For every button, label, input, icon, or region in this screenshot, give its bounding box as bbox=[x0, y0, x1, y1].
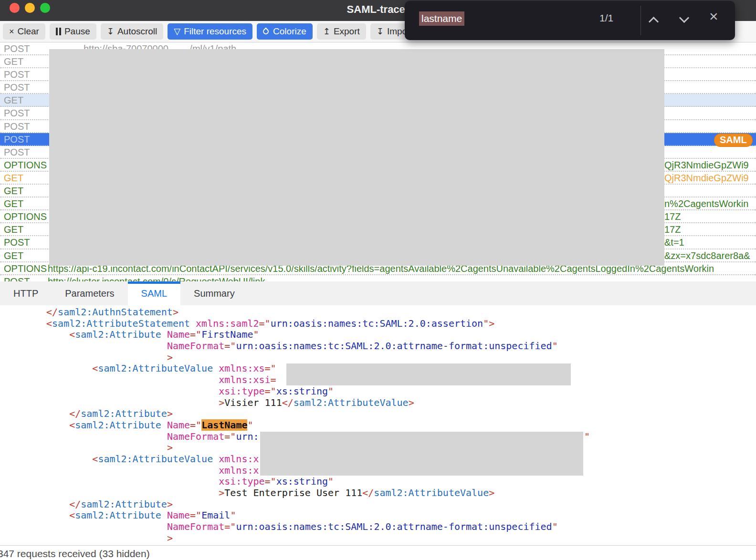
download-icon: ↧ bbox=[107, 27, 114, 36]
http-method: POST bbox=[4, 69, 30, 80]
http-method: GET bbox=[4, 250, 23, 261]
export-icon: ↥ bbox=[323, 27, 330, 36]
tab-label: Parameters bbox=[65, 288, 114, 299]
saml-tracer-window: SAML-tracer ×ClearPause↧Autoscroll▽Filte… bbox=[0, 0, 756, 560]
http-method: OPTIONS bbox=[4, 160, 47, 171]
xml-line: >Test Enterprise User 111</saml2:Attribu… bbox=[46, 487, 558, 498]
chevron-up-icon[interactable] bbox=[649, 17, 659, 27]
xml-line: </saml2:Attribute> bbox=[46, 408, 558, 419]
find-overlay: lastname 1/1 × bbox=[405, 1, 735, 40]
http-method: OPTIONS bbox=[4, 211, 47, 222]
xml-line: </saml2:Attribute> bbox=[46, 498, 558, 510]
tab-saml[interactable]: SAML bbox=[128, 281, 180, 305]
filter-resources-button[interactable]: ▽Filter resources bbox=[168, 23, 252, 40]
droplet-icon bbox=[262, 28, 270, 36]
http-method: POST bbox=[4, 121, 30, 132]
xml-line: NameFormat="urn:oasis:names:tc:SAML:2.0:… bbox=[46, 521, 558, 532]
autoscroll-button[interactable]: ↧Autoscroll bbox=[101, 23, 164, 40]
search-match-highlight: LastName bbox=[201, 419, 247, 431]
request-count-status: 347 requests received (33 hidden) bbox=[0, 548, 150, 560]
xml-line: > bbox=[46, 352, 558, 363]
divider bbox=[640, 6, 641, 35]
colorize-button[interactable]: Colorize bbox=[257, 23, 313, 40]
export-button[interactable]: ↥Export bbox=[317, 23, 366, 40]
status-bar: 347 requests received (33 hidden) bbox=[0, 545, 756, 560]
button-label: Colorize bbox=[273, 26, 306, 37]
tab-label: SAML bbox=[141, 288, 167, 299]
saml-badge: SAML bbox=[714, 134, 753, 147]
xml-line: >Visier 111</saml2:AttributeValue> bbox=[46, 397, 558, 408]
http-method: GET bbox=[4, 95, 23, 106]
chevron-down-icon[interactable] bbox=[679, 13, 689, 23]
xml-line: NameFormat="urn:oasis:names:tc:SAML:2.0:… bbox=[46, 340, 558, 352]
button-label: Pause bbox=[64, 26, 90, 37]
request-url-tail: n%2CagentsWorkin bbox=[664, 198, 748, 209]
redaction-box bbox=[286, 363, 571, 385]
http-method: GET bbox=[4, 173, 23, 184]
request-url-tail: 17Z bbox=[664, 211, 681, 222]
tab-http[interactable]: HTTP bbox=[0, 281, 52, 305]
window-title: SAML-tracer bbox=[347, 3, 410, 16]
request-url-tail: &zx=x7sdc8arer8a& bbox=[664, 250, 750, 261]
funnel-icon: ▽ bbox=[174, 27, 180, 36]
xml-line: <saml2:Attribute Name="LastName" bbox=[46, 419, 558, 431]
tab-label: Summary bbox=[194, 288, 235, 299]
xml-line: xsi:type="xs:string" bbox=[46, 385, 558, 397]
redaction-box bbox=[260, 432, 583, 476]
xml-closing-quote: " bbox=[584, 431, 590, 442]
clear-button[interactable]: ×Clear bbox=[3, 23, 45, 40]
pause-icon bbox=[56, 28, 61, 35]
http-method: GET bbox=[4, 186, 23, 197]
http-method: GET bbox=[4, 198, 23, 209]
http-method: GET bbox=[4, 56, 23, 67]
http-method: POST bbox=[4, 237, 30, 248]
search-input[interactable]: lastname bbox=[419, 11, 464, 26]
request-url-tail: &t=1 bbox=[664, 237, 684, 248]
xml-line: > bbox=[46, 532, 558, 544]
http-method: GET bbox=[4, 224, 23, 235]
button-label: Filter resources bbox=[184, 26, 246, 37]
request-row[interactable]: POSThttp://cluster.incontact.com/0/c/Req… bbox=[0, 275, 756, 281]
redaction-box bbox=[49, 49, 664, 266]
tab-parameters[interactable]: Parameters bbox=[52, 281, 127, 305]
x-icon: × bbox=[9, 27, 14, 36]
http-method: OPTIONS bbox=[4, 263, 47, 274]
request-list: POSThttp://sba-70070000......../ml/v1/pa… bbox=[0, 42, 756, 281]
button-label: Clear bbox=[18, 26, 39, 37]
xml-line: <saml2:Attribute Name="FirstName" bbox=[46, 329, 558, 340]
pause-button[interactable]: Pause bbox=[50, 23, 96, 40]
xml-line: <saml2:Attribute Name="Email" bbox=[46, 509, 558, 521]
request-url: http://cluster.incontact.com/0/c/Request… bbox=[48, 276, 265, 281]
http-method: POST bbox=[4, 276, 30, 281]
saml-content-pane: </saml2:AuthnStatement><saml2:AttributeS… bbox=[0, 305, 756, 545]
close-window-button[interactable] bbox=[10, 3, 20, 13]
saml-xml-code: </saml2:AuthnStatement><saml2:AttributeS… bbox=[46, 306, 558, 543]
http-method: POST bbox=[4, 82, 30, 93]
tab-summary[interactable]: Summary bbox=[180, 281, 248, 305]
http-method: POST bbox=[4, 134, 30, 145]
http-method: POST bbox=[4, 147, 30, 158]
request-url-tail: 17Z bbox=[664, 224, 681, 235]
request-url-tail: QjR3NmdieGpZWi9 bbox=[664, 160, 749, 171]
close-icon[interactable]: × bbox=[709, 9, 718, 24]
xml-line: <saml2:AttributeStatement xmlns:saml2="u… bbox=[46, 318, 558, 329]
minimize-window-button[interactable] bbox=[25, 3, 35, 13]
button-label: Export bbox=[334, 26, 360, 37]
tab-bar: HTTPParametersSAMLSummary bbox=[0, 281, 756, 305]
button-label: Autoscroll bbox=[117, 26, 157, 37]
http-method: POST bbox=[4, 108, 30, 119]
match-counter: 1/1 bbox=[599, 12, 613, 24]
xml-line: </saml2:AuthnStatement> bbox=[46, 306, 558, 318]
xml-line: xsi:type="xs:string" bbox=[46, 476, 558, 487]
zoom-window-button[interactable] bbox=[40, 3, 50, 13]
tab-label: HTTP bbox=[13, 288, 38, 299]
import-icon: ↧ bbox=[377, 27, 384, 36]
http-method: POST bbox=[4, 43, 30, 54]
request-url-tail: QjR3NmdieGpZWi9 bbox=[664, 173, 749, 184]
